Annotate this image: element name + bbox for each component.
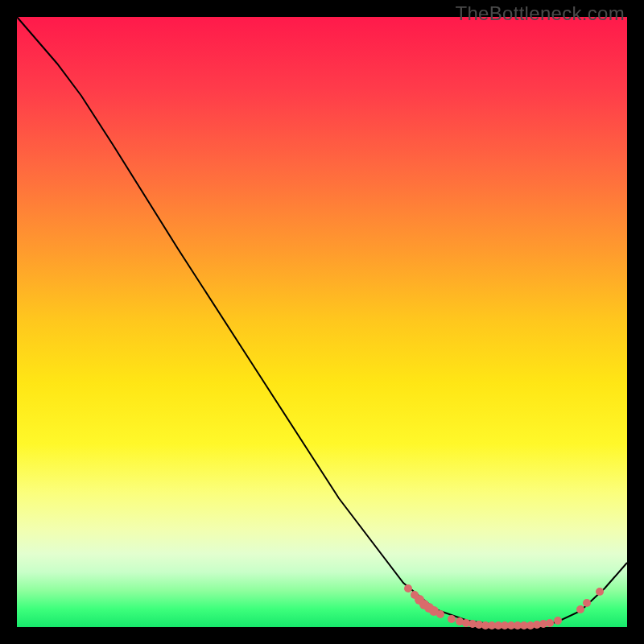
bottleneck-curve xyxy=(17,17,627,625)
curve-marker xyxy=(436,610,444,618)
chart-svg xyxy=(17,17,627,627)
curve-marker xyxy=(576,605,584,613)
curve-marker xyxy=(596,588,604,596)
curve-marker xyxy=(404,584,412,592)
curve-marker xyxy=(448,615,456,623)
curve-markers xyxy=(404,584,604,630)
curve-marker xyxy=(546,619,554,627)
curve-marker xyxy=(554,617,562,625)
curve-marker xyxy=(583,599,591,607)
